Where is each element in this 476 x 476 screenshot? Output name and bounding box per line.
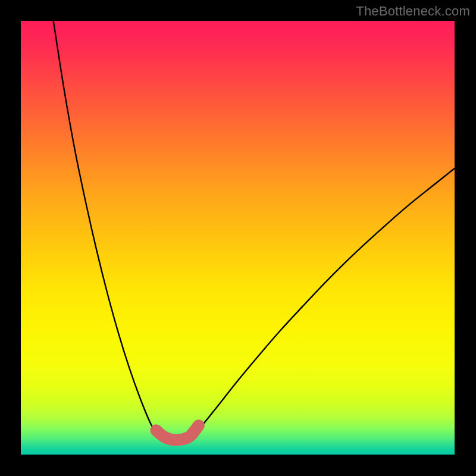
valley-marker-path bbox=[156, 425, 198, 440]
plot-area bbox=[21, 21, 455, 455]
curves-svg bbox=[21, 21, 455, 455]
watermark-text: TheBottleneck.com bbox=[356, 4, 470, 19]
chart-container: TheBottleneck.com bbox=[0, 0, 476, 476]
valley-marker-dot bbox=[194, 421, 203, 430]
right-branch-curve bbox=[190, 168, 455, 435]
left-branch-curve bbox=[54, 21, 168, 436]
